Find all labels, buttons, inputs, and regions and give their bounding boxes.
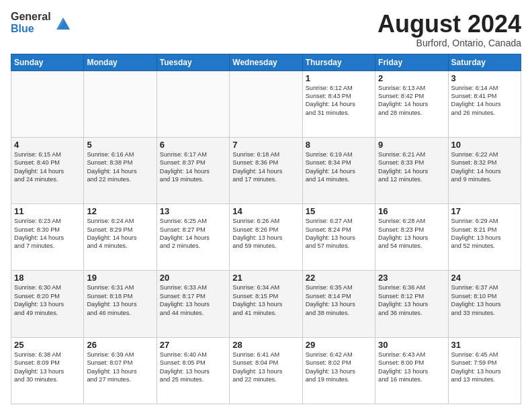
table-row: 12Sunrise: 6:24 AM Sunset: 8:29 PM Dayli… [84,204,157,271]
calendar-table: Sunday Monday Tuesday Wednesday Thursday… [11,54,521,404]
day-info: Sunrise: 6:24 AM Sunset: 8:29 PM Dayligh… [87,217,153,250]
day-info: Sunrise: 6:23 AM Sunset: 8:30 PM Dayligh… [14,217,81,250]
table-row: 22Sunrise: 6:35 AM Sunset: 8:14 PM Dayli… [302,271,375,337]
day-info: Sunrise: 6:42 AM Sunset: 8:02 PM Dayligh… [306,351,372,384]
table-row: 3Sunrise: 6:14 AM Sunset: 8:41 PM Daylig… [448,71,521,137]
table-row: 6Sunrise: 6:17 AM Sunset: 8:37 PM Daylig… [157,137,229,203]
table-row: 10Sunrise: 6:22 AM Sunset: 8:32 PM Dayli… [448,137,521,203]
day-number: 14 [232,206,299,216]
logo-text: General Blue [11,11,51,34]
day-info: Sunrise: 6:37 AM Sunset: 8:10 PM Dayligh… [451,283,518,317]
day-info: Sunrise: 6:39 AM Sunset: 8:07 PM Dayligh… [87,351,153,384]
table-row: 16Sunrise: 6:28 AM Sunset: 8:23 PM Dayli… [375,204,448,271]
table-row: 19Sunrise: 6:31 AM Sunset: 8:18 PM Dayli… [84,271,157,337]
col-wednesday: Wednesday [230,54,302,71]
day-number: 28 [232,340,299,350]
table-row: 11Sunrise: 6:23 AM Sunset: 8:30 PM Dayli… [11,204,84,271]
day-info: Sunrise: 6:45 AM Sunset: 7:59 PM Dayligh… [451,351,518,384]
table-row: 18Sunrise: 6:30 AM Sunset: 8:20 PM Dayli… [11,271,84,337]
logo-icon [54,13,73,32]
table-row: 28Sunrise: 6:41 AM Sunset: 8:04 PM Dayli… [230,337,302,404]
day-info: Sunrise: 6:17 AM Sunset: 8:37 PM Dayligh… [160,150,226,184]
day-number: 21 [232,273,299,283]
table-row: 21Sunrise: 6:34 AM Sunset: 8:15 PM Dayli… [230,271,302,337]
day-number: 31 [451,340,518,350]
day-number: 8 [306,140,372,150]
header: General Blue August 2024 Burford, Ontari… [11,11,521,48]
day-number: 16 [378,206,445,216]
day-info: Sunrise: 6:28 AM Sunset: 8:23 PM Dayligh… [378,217,445,250]
day-info: Sunrise: 6:19 AM Sunset: 8:34 PM Dayligh… [306,150,372,184]
day-number: 19 [87,273,153,283]
logo-general: General [11,11,51,23]
page: General Blue August 2024 Burford, Ontari… [0,0,532,411]
logo-blue: Blue [11,23,51,35]
table-row: 9Sunrise: 6:21 AM Sunset: 8:33 PM Daylig… [375,137,448,203]
table-row: 7Sunrise: 6:18 AM Sunset: 8:36 PM Daylig… [230,137,302,203]
day-info: Sunrise: 6:31 AM Sunset: 8:18 PM Dayligh… [87,283,153,317]
table-row: 1Sunrise: 6:12 AM Sunset: 8:43 PM Daylig… [302,71,375,137]
day-number: 7 [232,140,299,150]
day-info: Sunrise: 6:34 AM Sunset: 8:15 PM Dayligh… [232,283,299,317]
day-info: Sunrise: 6:21 AM Sunset: 8:33 PM Dayligh… [378,150,445,184]
day-info: Sunrise: 6:27 AM Sunset: 8:24 PM Dayligh… [306,217,372,250]
day-info: Sunrise: 6:29 AM Sunset: 8:21 PM Dayligh… [451,217,518,250]
table-row: 30Sunrise: 6:43 AM Sunset: 8:00 PM Dayli… [375,337,448,404]
table-row: 17Sunrise: 6:29 AM Sunset: 8:21 PM Dayli… [448,204,521,271]
col-tuesday: Tuesday [157,54,229,71]
logo: General Blue [11,11,73,34]
table-row: 20Sunrise: 6:33 AM Sunset: 8:17 PM Dayli… [157,271,229,337]
col-saturday: Saturday [448,54,521,71]
subtitle: Burford, Ontario, Canada [378,38,521,48]
day-info: Sunrise: 6:16 AM Sunset: 8:38 PM Dayligh… [87,150,153,184]
calendar-week-row: 11Sunrise: 6:23 AM Sunset: 8:30 PM Dayli… [11,204,521,271]
title-block: August 2024 Burford, Ontario, Canada [378,11,521,48]
day-number: 10 [451,140,518,150]
day-info: Sunrise: 6:15 AM Sunset: 8:40 PM Dayligh… [14,150,81,184]
day-info: Sunrise: 6:38 AM Sunset: 8:09 PM Dayligh… [14,351,81,384]
table-row: 15Sunrise: 6:27 AM Sunset: 8:24 PM Dayli… [302,204,375,271]
calendar-week-row: 1Sunrise: 6:12 AM Sunset: 8:43 PM Daylig… [11,71,521,137]
day-number: 26 [87,340,153,350]
day-number: 15 [306,206,372,216]
table-row: 25Sunrise: 6:38 AM Sunset: 8:09 PM Dayli… [11,337,84,404]
day-number: 23 [378,273,445,283]
calendar-week-row: 18Sunrise: 6:30 AM Sunset: 8:20 PM Dayli… [11,271,521,337]
day-number: 17 [451,206,518,216]
day-number: 3 [451,73,518,83]
table-row: 27Sunrise: 6:40 AM Sunset: 8:05 PM Dayli… [157,337,229,404]
day-number: 5 [87,140,153,150]
day-info: Sunrise: 6:41 AM Sunset: 8:04 PM Dayligh… [232,351,299,384]
table-row [11,71,84,137]
col-friday: Friday [375,54,448,71]
calendar-week-row: 25Sunrise: 6:38 AM Sunset: 8:09 PM Dayli… [11,337,521,404]
table-row: 14Sunrise: 6:26 AM Sunset: 8:26 PM Dayli… [230,204,302,271]
day-info: Sunrise: 6:35 AM Sunset: 8:14 PM Dayligh… [306,283,372,317]
day-number: 11 [14,206,81,216]
day-number: 1 [306,73,372,83]
calendar-header-row: Sunday Monday Tuesday Wednesday Thursday… [11,54,521,71]
day-number: 25 [14,340,81,350]
table-row [84,71,157,137]
calendar-week-row: 4Sunrise: 6:15 AM Sunset: 8:40 PM Daylig… [11,137,521,203]
main-title: August 2024 [378,11,521,38]
day-info: Sunrise: 6:22 AM Sunset: 8:32 PM Dayligh… [451,150,518,184]
day-info: Sunrise: 6:13 AM Sunset: 8:42 PM Dayligh… [378,84,445,118]
table-row [157,71,229,137]
table-row: 23Sunrise: 6:36 AM Sunset: 8:12 PM Dayli… [375,271,448,337]
table-row: 26Sunrise: 6:39 AM Sunset: 8:07 PM Dayli… [84,337,157,404]
day-info: Sunrise: 6:12 AM Sunset: 8:43 PM Dayligh… [306,84,372,118]
day-number: 30 [378,340,445,350]
day-number: 20 [160,273,226,283]
day-info: Sunrise: 6:30 AM Sunset: 8:20 PM Dayligh… [14,283,81,317]
table-row: 5Sunrise: 6:16 AM Sunset: 8:38 PM Daylig… [84,137,157,203]
table-row: 29Sunrise: 6:42 AM Sunset: 8:02 PM Dayli… [302,337,375,404]
day-info: Sunrise: 6:18 AM Sunset: 8:36 PM Dayligh… [232,150,299,184]
col-thursday: Thursday [302,54,375,71]
day-number: 2 [378,73,445,83]
table-row: 8Sunrise: 6:19 AM Sunset: 8:34 PM Daylig… [302,137,375,203]
table-row: 31Sunrise: 6:45 AM Sunset: 7:59 PM Dayli… [448,337,521,404]
day-number: 22 [306,273,372,283]
day-number: 27 [160,340,226,350]
day-number: 29 [306,340,372,350]
